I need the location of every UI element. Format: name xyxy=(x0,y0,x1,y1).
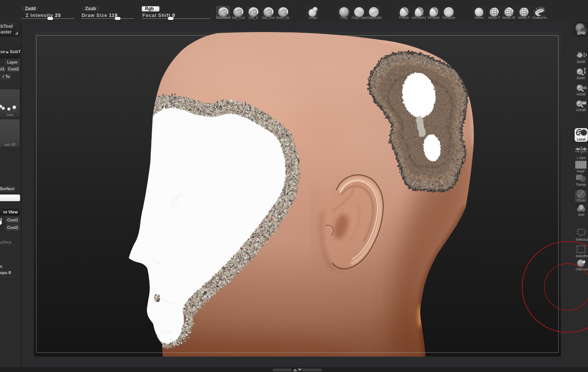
svg-text:BPR: BPR xyxy=(577,31,585,35)
svg-text:x1: x1 xyxy=(583,86,587,90)
